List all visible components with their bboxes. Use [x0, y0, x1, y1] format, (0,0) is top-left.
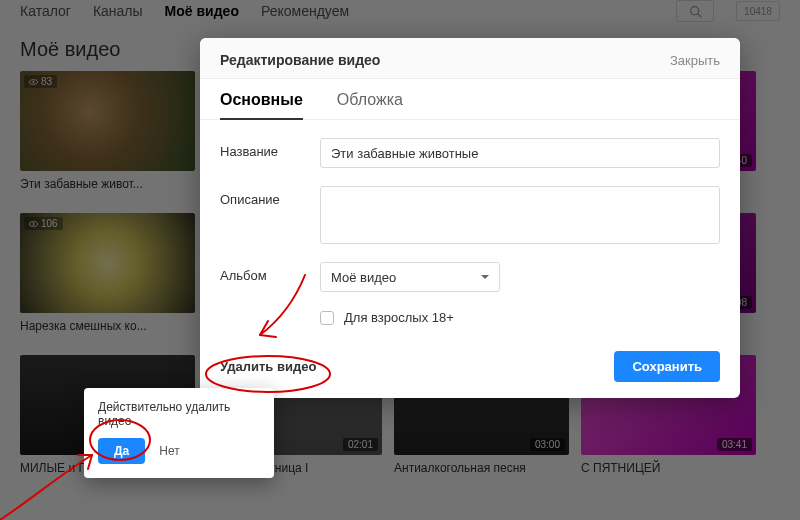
album-select[interactable]: Моё видео: [320, 262, 500, 292]
edit-video-modal: Редактирование видео Закрыть Основные Об…: [200, 38, 740, 398]
label-album: Альбом: [220, 262, 310, 283]
tab-cover[interactable]: Обложка: [337, 91, 403, 119]
confirm-text: Действительно удалить видео: [98, 400, 260, 428]
confirm-yes-button[interactable]: Да: [98, 438, 145, 464]
adult-label: Для взрослых 18+: [344, 310, 454, 325]
modal-header: Редактирование видео Закрыть: [200, 38, 740, 79]
modal-footer: Удалить видео Сохранить: [200, 337, 740, 398]
delete-confirm-popover: Действительно удалить видео Да Нет: [84, 388, 274, 478]
confirm-no-button[interactable]: Нет: [159, 444, 179, 458]
page-root: Каталог Каналы Моё видео Рекомендуем 104…: [0, 0, 800, 520]
adult-checkbox[interactable]: [320, 311, 334, 325]
confirm-actions: Да Нет: [98, 438, 260, 464]
label-desc: Описание: [220, 186, 310, 207]
label-name: Название: [220, 138, 310, 159]
modal-tabs: Основные Обложка: [200, 79, 740, 120]
tab-main[interactable]: Основные: [220, 91, 303, 119]
modal-form: Название Описание Альбом Моё видео Для в…: [200, 120, 740, 325]
save-button[interactable]: Сохранить: [614, 351, 720, 382]
name-input[interactable]: [320, 138, 720, 168]
album-value: Моё видео: [331, 270, 396, 285]
close-button[interactable]: Закрыть: [670, 53, 720, 68]
delete-video-link[interactable]: Удалить видео: [220, 359, 316, 374]
modal-title: Редактирование видео: [220, 52, 380, 68]
desc-textarea[interactable]: [320, 186, 720, 244]
